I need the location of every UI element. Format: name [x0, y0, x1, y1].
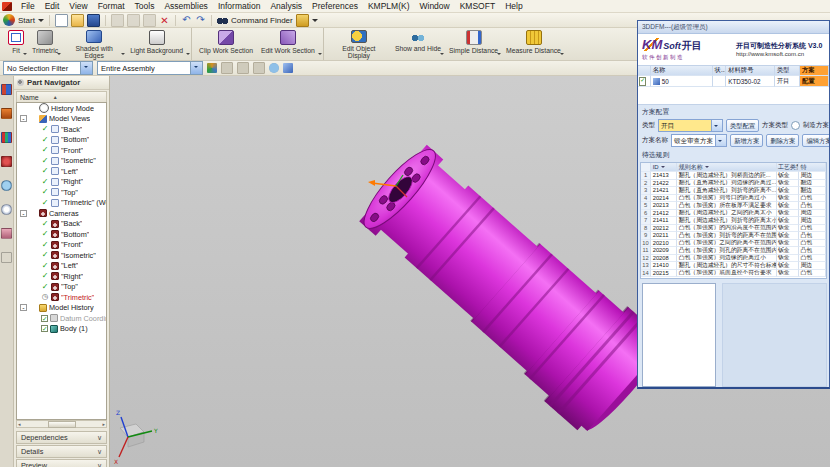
check-mark-icon[interactable]: [41, 146, 49, 154]
check-mark-icon[interactable]: [41, 262, 49, 270]
command-finder-icon[interactable]: [217, 15, 228, 26]
toolbar-button[interactable]: Measure Distance: [502, 28, 565, 60]
assembly-navigator-icon[interactable]: [1, 84, 12, 95]
tree-item[interactable]: "Top": [17, 282, 106, 293]
rule-row[interactable]: 6 21412 翻孔（周边减轻孔）之间的距离太小 钣金 周边: [641, 210, 826, 218]
menu-item[interactable]: Window: [414, 1, 454, 11]
rule-row[interactable]: 11 20209 凸包（加强窝）到孔的距离不在范围内 钣金 凸包: [641, 247, 826, 255]
expander-icon[interactable]: -: [20, 115, 27, 122]
copy-icon[interactable]: [127, 14, 140, 27]
expander-icon[interactable]: [32, 294, 39, 301]
tree-item[interactable]: "Isometric": [17, 156, 106, 167]
edit-scheme-button[interactable]: 编辑方案: [802, 134, 830, 147]
sort-icon[interactable]: ▲: [53, 94, 58, 100]
dropdown-arrow-icon[interactable]: [186, 53, 190, 57]
menu-item[interactable]: File: [16, 1, 40, 11]
solid-body-filter-icon[interactable]: [283, 63, 293, 73]
check-mark-icon[interactable]: [41, 157, 49, 165]
chevron-down-icon[interactable]: ∨: [97, 434, 102, 442]
select-arrow-icon[interactable]: [221, 62, 233, 74]
tree-item[interactable]: "Right": [17, 177, 106, 188]
rule-row[interactable]: 3 21421 翻孔（直角减轻孔）到折弯的距离不... 钣金 翻边: [641, 187, 826, 195]
undo-icon[interactable]: ↶: [181, 15, 192, 26]
hd3d-tools-icon[interactable]: [1, 180, 12, 191]
toolbar-overflow-icon[interactable]: [312, 19, 318, 25]
dropdown-arrow-icon[interactable]: [23, 53, 27, 57]
rule-row[interactable]: 9 20211 凸包（加强窝）到折弯的距离不在范围内 钣金 凸包: [641, 232, 826, 240]
menu-item[interactable]: KMPLM(K): [363, 1, 415, 11]
tree-item[interactable]: "Left": [17, 166, 106, 177]
expander-icon[interactable]: [32, 283, 39, 290]
chevron-down-icon[interactable]: ∨: [97, 448, 102, 456]
check-mark-icon[interactable]: [41, 125, 49, 133]
check-mark-icon[interactable]: [41, 241, 49, 249]
expander-icon[interactable]: [32, 262, 39, 269]
expander-icon[interactable]: [32, 189, 39, 196]
menu-item[interactable]: Tools: [130, 1, 160, 11]
scroll-right-icon[interactable]: ▸: [102, 421, 105, 427]
menu-item[interactable]: Format: [93, 1, 130, 11]
dropdown-arrow-icon[interactable]: [57, 53, 61, 57]
redo-icon[interactable]: ↷: [195, 15, 206, 26]
rule-row[interactable]: 14 20215 凸包（加强窝）底面直径不符合要求 钣金 凸包: [641, 270, 826, 278]
check-mark-icon[interactable]: [41, 220, 49, 228]
expander-icon[interactable]: [32, 220, 39, 227]
header-status[interactable]: 状...: [713, 66, 727, 76]
expander-icon[interactable]: [32, 325, 39, 332]
dropdown-arrow-icon[interactable]: [318, 53, 322, 57]
tree-item[interactable]: "Left": [17, 261, 106, 272]
expander-icon[interactable]: [32, 273, 39, 280]
dropdown-arrow-icon[interactable]: [440, 53, 444, 57]
menu-item[interactable]: Help: [500, 1, 527, 11]
command-finder-button[interactable]: Command Finder: [231, 16, 293, 25]
customize-icon[interactable]: [296, 14, 309, 27]
delete-scheme-button[interactable]: 删除方案: [766, 134, 799, 147]
rule-row[interactable]: 1 21413 翻孔（周边减轻孔）到桥面边的距... 钣金 周边: [641, 172, 826, 180]
rule-row[interactable]: 4 20214 凸包（加强窝）到弯口的距离过小 钣金 凸包: [641, 195, 826, 203]
tree-item[interactable]: "Front": [17, 145, 106, 156]
check-mark-icon[interactable]: [41, 251, 49, 259]
menu-item[interactable]: Information: [213, 1, 266, 11]
rule-row[interactable]: 8 20212 凸包（加强窝）的内沿高度不在范围内 钣金 凸包: [641, 225, 826, 233]
header-feature[interactable]: 特: [799, 163, 826, 172]
start-button[interactable]: Start: [18, 16, 35, 25]
save-icon[interactable]: [87, 14, 100, 27]
check-mark-icon[interactable]: [41, 272, 49, 280]
expander-icon[interactable]: -: [20, 304, 27, 311]
dropdown-button-icon[interactable]: [715, 135, 726, 146]
rule-row[interactable]: 5 20213 凸包（加强窝）所在板厚不满足要求 钣金 凸包: [641, 202, 826, 210]
rule-row[interactable]: 12 20208 凸包（加强窝）到边缘的距离过小 钣金 凸包: [641, 255, 826, 263]
check-mark-icon[interactable]: [41, 325, 48, 332]
toolbar-button[interactable]: Light Background: [126, 28, 192, 60]
menu-item[interactable]: Assemblies: [159, 1, 212, 11]
open-folder-icon[interactable]: [71, 14, 84, 27]
expander-icon[interactable]: [32, 147, 39, 154]
scheme-type-radio[interactable]: [791, 121, 800, 130]
start-icon[interactable]: [3, 14, 15, 26]
tree-item[interactable]: "Front": [17, 240, 106, 251]
collapsed-panel-bar[interactable]: Preview ∨: [16, 459, 107, 467]
selection-scope-dropdown[interactable]: Entire Assembly: [97, 61, 203, 75]
check-mark-icon[interactable]: [41, 283, 49, 291]
scheme-type-option[interactable]: 制造方案: [803, 121, 829, 130]
expander-icon[interactable]: -: [20, 210, 27, 217]
check-mark-icon[interactable]: [41, 136, 49, 144]
expander-icon[interactable]: [32, 126, 39, 133]
rule-row[interactable]: 13 21410 翻孔（周边减轻孔）的尺寸不符合标准 钣金 周边: [641, 262, 826, 270]
delete-icon[interactable]: ✕: [159, 15, 170, 26]
expander-icon[interactable]: [20, 105, 27, 112]
tree-item[interactable]: "Top": [17, 187, 106, 198]
tree-item[interactable]: "Isometric": [17, 250, 106, 261]
parts-table-row[interactable]: ✓ 50 KTD350-02 开目 配置: [638, 76, 829, 87]
toolbar-button[interactable]: Fit: [4, 28, 28, 60]
expander-icon[interactable]: [32, 241, 39, 248]
tree-item[interactable]: "Right": [17, 271, 106, 282]
header-material[interactable]: 材料牌号: [726, 66, 774, 76]
header-process-type[interactable]: 工艺类型: [777, 163, 800, 172]
pin-icon[interactable]: [17, 79, 24, 86]
check-mark-icon[interactable]: [41, 178, 49, 186]
menu-item[interactable]: View: [64, 1, 92, 11]
tree-item[interactable]: "Trimetric": [17, 292, 106, 303]
collapsed-panel-bar[interactable]: Dependencies ∨: [16, 431, 107, 444]
rectangle-select-icon[interactable]: [237, 62, 249, 74]
